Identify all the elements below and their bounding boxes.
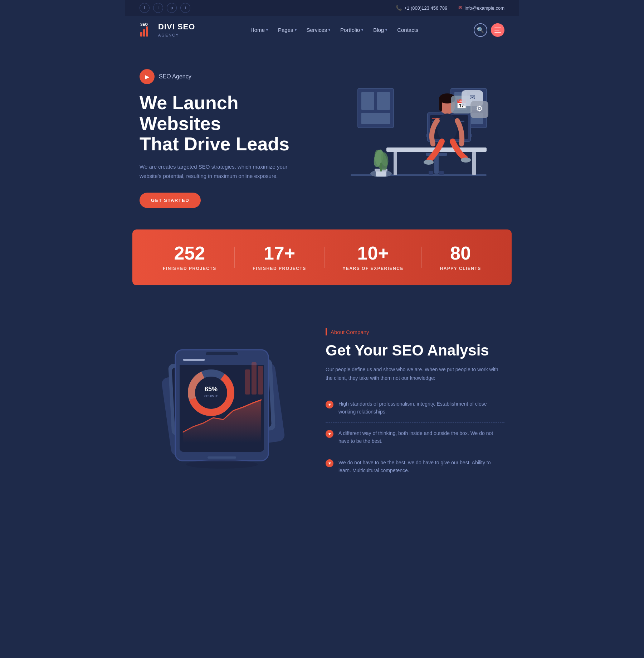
svg-point-78 xyxy=(186,460,258,469)
svg-rect-19 xyxy=(472,152,476,175)
stat-happy-clients: 80 HAPPY CLIENTS xyxy=(440,244,481,271)
stat-number-4: 80 xyxy=(440,244,481,262)
about-section: 65% GROWTH About Compan xyxy=(125,307,519,509)
stat-number-3: 10+ xyxy=(342,244,404,262)
facebook-icon[interactable]: f xyxy=(140,3,150,13)
stat-label-4: HAPPY CLIENTS xyxy=(440,266,481,271)
about-feature-text-1: High standards of professionalism, integ… xyxy=(338,400,504,416)
email-address: info@example.com xyxy=(465,5,504,11)
svg-rect-76 xyxy=(258,366,263,395)
nav-item-portfolio[interactable]: Portfolio ▾ xyxy=(340,27,363,33)
hero-badge: ▶ SEO Agency xyxy=(140,69,304,84)
stat-label-3: YEARS OF EXPERIENCE xyxy=(342,266,404,271)
hero-content: ▶ SEO Agency We Launch Websites That Dri… xyxy=(140,69,304,208)
twitter-icon[interactable]: t xyxy=(153,3,163,13)
stat-finished-projects-2: 17+ FINISHED PROJECTS xyxy=(253,244,306,271)
nav-item-contacts[interactable]: Contacts xyxy=(397,27,418,33)
hero-illustration: 📅 ✉ ⚙ xyxy=(333,81,504,196)
navigation: Home ▾ Pages ▾ Services ▾ Portfolio ▾ Bl… xyxy=(250,27,418,33)
svg-rect-11 xyxy=(361,113,390,124)
about-description: Our people define us and show who we are… xyxy=(326,366,504,383)
svg-rect-74 xyxy=(245,369,250,395)
svg-rect-7 xyxy=(494,32,501,33)
svg-rect-67 xyxy=(183,359,205,361)
phone-contact: 📞 +1 (800)123 456 789 xyxy=(396,5,447,11)
stat-divider-2 xyxy=(324,247,325,268)
logo[interactable]: SEO DIVI SEO AGENCY xyxy=(140,22,195,38)
svg-text:65%: 65% xyxy=(205,386,218,393)
about-feature-text-2: A different way of thinking, both inside… xyxy=(338,429,504,445)
about-feature-item-1: ♥ High standards of professionalism, int… xyxy=(326,393,504,423)
svg-rect-5 xyxy=(494,28,501,28)
play-icon[interactable]: ▶ xyxy=(140,69,155,84)
services-dropdown-arrow: ▾ xyxy=(328,28,330,32)
heart-icon-1: ♥ xyxy=(326,401,333,408)
svg-rect-75 xyxy=(252,362,257,395)
logo-text: DIVI SEO AGENCY xyxy=(158,22,195,38)
email-contact: ✉ info@example.com xyxy=(458,5,504,11)
heart-icon-2: ♥ xyxy=(326,430,333,438)
about-feature-text-3: We do not have to be the best, we do hav… xyxy=(338,459,504,475)
svg-point-35 xyxy=(437,113,457,142)
hero-badge-text: SEO Agency xyxy=(159,73,191,80)
svg-text:GROWTH: GROWTH xyxy=(204,394,219,398)
top-bar: f t p i 📞 +1 (800)123 456 789 ✉ info@exa… xyxy=(125,0,519,16)
header: SEO DIVI SEO AGENCY Home ▾ Pages ▾ Servi… xyxy=(125,16,519,44)
stat-label-2: FINISHED PROJECTS xyxy=(253,266,306,271)
menu-button[interactable] xyxy=(491,23,504,37)
about-badge-line xyxy=(326,328,327,335)
stat-number-1: 252 xyxy=(163,244,216,262)
about-feature-item-2: ♥ A different way of thinking, both insi… xyxy=(326,423,504,452)
stat-label-1: FINISHED PROJECTS xyxy=(163,266,216,271)
instagram-icon[interactable]: i xyxy=(180,3,190,13)
about-feature-item-3: ♥ We do not have to be the best, we do h… xyxy=(326,452,504,481)
svg-rect-33 xyxy=(439,98,442,111)
heart-icon-3: ♥ xyxy=(326,459,333,467)
search-button[interactable]: 🔍 xyxy=(474,23,487,37)
blog-dropdown-arrow: ▾ xyxy=(385,28,387,32)
about-badge-text: About Company xyxy=(331,329,369,335)
svg-rect-30 xyxy=(439,171,444,175)
svg-rect-6 xyxy=(494,30,499,30)
svg-rect-28 xyxy=(434,156,439,174)
stat-divider-1 xyxy=(234,247,235,268)
stat-years-experience: 10+ YEARS OF EXPERIENCE xyxy=(342,244,404,271)
svg-rect-18 xyxy=(394,152,397,175)
nav-item-home[interactable]: Home ▾ xyxy=(250,27,268,33)
svg-text:✉: ✉ xyxy=(469,93,475,101)
hero-description: We are creates targeted SEO strategies, … xyxy=(140,162,304,180)
pages-dropdown-arrow: ▾ xyxy=(295,28,297,32)
social-links: f t p i xyxy=(140,3,190,13)
nav-item-blog[interactable]: Blog ▾ xyxy=(373,27,387,33)
pinterest-icon[interactable]: p xyxy=(167,3,177,13)
get-started-button[interactable]: GET STARTED xyxy=(140,193,201,208)
stat-divider-3 xyxy=(421,247,422,268)
svg-rect-2 xyxy=(143,29,145,37)
nav-item-services[interactable]: Services ▾ xyxy=(307,27,331,33)
svg-rect-1 xyxy=(140,32,142,37)
svg-rect-3 xyxy=(146,26,148,37)
hero-title: We Launch Websites That Drive Leads xyxy=(140,93,304,154)
about-title: Get Your SEO Analysis xyxy=(326,342,504,359)
portfolio-dropdown-arrow: ▾ xyxy=(361,28,363,32)
svg-rect-77 xyxy=(208,456,236,459)
phone-icon: 📞 xyxy=(396,5,402,11)
svg-text:⚙: ⚙ xyxy=(476,104,483,113)
about-badge: About Company xyxy=(326,328,504,335)
stats-bar: 252 FINISHED PROJECTS 17+ FINISHED PROJE… xyxy=(132,229,512,285)
stat-finished-projects-1: 252 FINISHED PROJECTS xyxy=(163,244,216,271)
phone-number: +1 (800)123 456 789 xyxy=(404,5,447,11)
about-feature-list: ♥ High standards of professionalism, int… xyxy=(326,393,504,481)
hero-section: ▶ SEO Agency We Launch Websites That Dri… xyxy=(125,44,519,229)
svg-rect-10 xyxy=(377,92,390,110)
svg-text:SEO: SEO xyxy=(140,23,148,26)
about-illustration: 65% GROWTH xyxy=(140,321,304,473)
stat-number-2: 17+ xyxy=(253,244,306,262)
nav-item-pages[interactable]: Pages ▾ xyxy=(278,27,297,33)
svg-rect-50 xyxy=(380,163,382,171)
nav-actions: 🔍 xyxy=(474,23,504,37)
home-dropdown-arrow: ▾ xyxy=(266,28,268,32)
svg-rect-9 xyxy=(361,92,374,110)
svg-rect-29 xyxy=(429,171,433,175)
svg-point-36 xyxy=(424,160,434,165)
